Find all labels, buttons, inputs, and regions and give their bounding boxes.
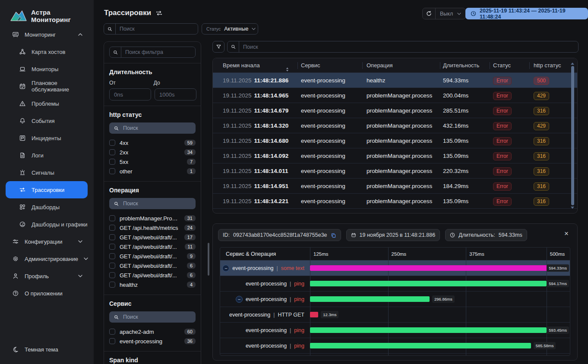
http-status-search [109, 122, 196, 134]
sidebar-group-profile[interactable]: Профиль [0, 267, 94, 285]
column-service[interactable]: Сервис [301, 58, 320, 73]
trace-duration-chip: Длительность: 594.33ms [445, 229, 527, 241]
scroll-down-arrow[interactable] [571, 207, 574, 209]
scrollbar-thumb[interactable] [571, 66, 574, 205]
filter-option-operation[interactable]: GET /api/webui/draft/... 11 [109, 242, 196, 251]
sidebar-item-traces[interactable]: Трассировки [6, 181, 88, 198]
table-row[interactable]: 19.11.202511:48:14.951 event-processing … [213, 179, 577, 194]
span-bar[interactable] [310, 265, 548, 271]
table-row[interactable]: 19.11.202511:48:14.679 event-processing … [213, 103, 577, 118]
checkbox[interactable] [109, 329, 115, 335]
checkbox[interactable] [109, 149, 115, 155]
sidebar-item-events[interactable]: События [0, 112, 94, 129]
copy-icon[interactable] [331, 232, 336, 238]
auto-refresh-select[interactable]: Выкл [436, 11, 465, 17]
filter-option-operation[interactable]: GET /api/webui/draft/... 6 [109, 261, 196, 270]
span-bar[interactable] [310, 281, 547, 286]
column-start-time[interactable]: Время начала [223, 58, 260, 73]
table-row[interactable]: 19.11.202511:48:21.886 event-processing … [213, 73, 577, 88]
sidebar-item-logs[interactable]: Логи [0, 147, 94, 164]
span-bar[interactable] [310, 343, 531, 348]
sidebar-item-signals[interactable]: Сигналы [0, 164, 94, 181]
duration-to-input[interactable] [155, 88, 196, 100]
trace-id-chip[interactable]: ID: 092743ab8170e4cc8528f1a748755e3e [218, 229, 341, 241]
status-filter-select[interactable]: Статус Активные [202, 23, 258, 35]
sidebar-item-about[interactable]: О приложении [0, 285, 94, 302]
filter-search-input[interactable] [121, 49, 199, 55]
sidebar-group-monitoring[interactable]: Мониторинг [0, 26, 94, 43]
span-bar[interactable] [310, 312, 318, 317]
table-search-input[interactable] [239, 44, 578, 50]
checkbox[interactable] [109, 159, 115, 165]
sidebar-item-dashboards[interactable]: Дашборды [0, 198, 94, 216]
filter-option-4xx[interactable]: 4xx 59 [109, 138, 196, 147]
sidebar-item-host-map[interactable]: Карта хостов [0, 43, 94, 60]
sidebar-item-maintenance[interactable]: Плановое обслуживание [0, 78, 94, 95]
count-badge: 59 [184, 140, 196, 146]
span-row[interactable]: event-processing | HTTP GET 12.3ms [220, 307, 570, 323]
span-row[interactable]: event-processing | ping 593.45ms [220, 323, 570, 338]
table-row[interactable]: 19.11.202511:48:14.092 event-processing … [213, 148, 577, 163]
span-row[interactable]: event-processing | ping 585.58ms [220, 338, 570, 354]
table-filter-button[interactable] [212, 41, 224, 53]
filter-option-operation[interactable]: healthz 4 [109, 280, 196, 289]
filter-option-operation[interactable]: GET /api/webui/draft/... 9 [109, 251, 196, 261]
checkbox[interactable] [109, 234, 115, 240]
http-status-badge: 500 [534, 77, 549, 85]
column-status[interactable]: Статус [493, 58, 511, 73]
table-row[interactable]: 19.11.202511:48:14.680 event-processing … [213, 133, 577, 148]
filter-option-service[interactable]: apache2-adm 60 [109, 327, 196, 336]
detail-scrollbar[interactable] [208, 243, 209, 276]
table-row[interactable]: 19.11.202511:48:14.965 event-processing … [213, 88, 577, 103]
filter-option-operation[interactable]: GET /api/webui/draft/... 6 [109, 270, 196, 280]
table-row[interactable]: 19.11.202511:48:14.320 event-processing … [213, 118, 577, 133]
theme-toggle[interactable]: Темная тема [0, 341, 94, 358]
checkbox[interactable] [109, 244, 115, 250]
sidebar-item-problems[interactable]: Проблемы [0, 95, 94, 112]
sidebar-group-configurations[interactable]: Конфигурации [0, 233, 94, 250]
filter-option-operation[interactable]: GET /api/webui/draft/... 17 [109, 232, 196, 242]
span-row[interactable]: − event-processing | ping 296.86ms [220, 292, 570, 307]
refresh-button[interactable] [423, 8, 436, 19]
auto-refresh-group: Выкл [422, 8, 466, 19]
checkbox[interactable] [109, 168, 115, 174]
filter-option-5xx[interactable]: 5xx 7 [109, 157, 196, 166]
column-http-status[interactable]: http статус [534, 58, 561, 73]
checkbox[interactable] [109, 263, 115, 269]
filter-option-service[interactable]: event-processing 36 [109, 336, 196, 346]
column-duration[interactable]: Длительность [443, 58, 479, 73]
span-row[interactable]: event-processing | ping 594.17ms [220, 276, 570, 292]
table-row[interactable]: 19.11.202511:48:14.221 event-processing … [213, 194, 577, 209]
collapse-icon[interactable]: − [236, 296, 243, 303]
filter-option-2xx[interactable]: 2xx 34 [109, 147, 196, 157]
filter-option-other[interactable]: other 1 [109, 166, 196, 176]
span-row[interactable]: − event-processing | some text 594.33ms [220, 260, 570, 276]
search-input[interactable] [116, 26, 198, 32]
table-row[interactable]: 19.11.202511:48:14.011 event-processing … [213, 163, 577, 179]
checkbox[interactable] [109, 225, 115, 231]
collapse-icon[interactable]: − [222, 265, 229, 272]
table-scrollbar[interactable] [570, 63, 575, 209]
sidebar-item-monitors[interactable]: Мониторы [0, 60, 94, 78]
checkbox[interactable] [109, 272, 115, 278]
filter-option-operation[interactable]: problemManager.Process 31 [109, 213, 196, 223]
sidebar-item-dashboards-graphs[interactable]: Дашборды и графики [0, 216, 94, 233]
sidebar-item-incidents[interactable]: Инциденты [0, 129, 94, 147]
sidebar-group-administration[interactable]: Администрирование [0, 250, 94, 267]
scroll-up-arrow[interactable] [571, 63, 574, 65]
span-bar[interactable] [310, 327, 547, 333]
http-status-search-input[interactable] [123, 125, 193, 131]
span-bar[interactable] [310, 296, 430, 302]
operation-search-input[interactable] [123, 201, 193, 207]
checkbox[interactable] [109, 338, 115, 344]
checkbox[interactable] [109, 215, 115, 221]
column-operation[interactable]: Операция [367, 58, 393, 73]
checkbox[interactable] [109, 253, 115, 259]
checkbox[interactable] [109, 282, 115, 288]
time-range-button[interactable]: 2025-11-19 11:43:24 — 2025-11-19 11:48:2… [465, 8, 588, 19]
service-search-input[interactable] [123, 314, 193, 320]
filter-option-operation[interactable]: GET /api.health/metrics 24 [109, 223, 196, 232]
duration-from-input[interactable] [109, 88, 151, 100]
close-icon[interactable]: × [564, 229, 569, 238]
checkbox[interactable] [109, 140, 115, 146]
